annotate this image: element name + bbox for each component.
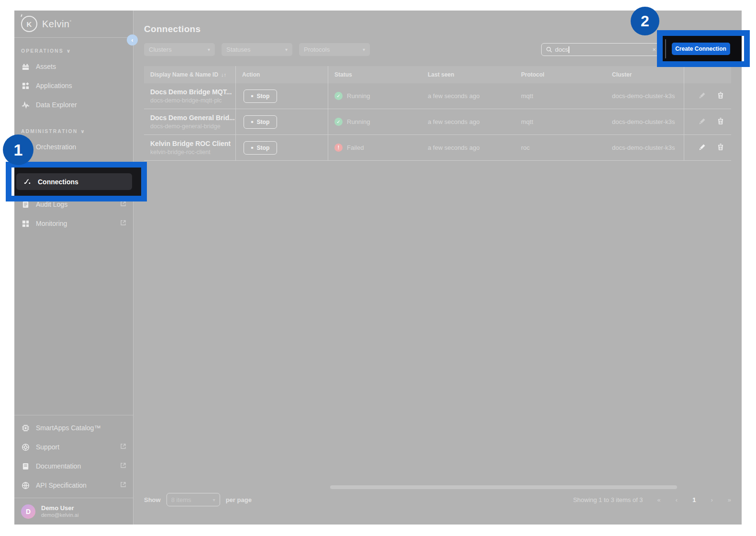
column-header-protocol: Protocol bbox=[515, 66, 606, 83]
column-header-last-seen: Last seen bbox=[422, 66, 515, 83]
sidebar-item-applications[interactable]: Applications bbox=[14, 76, 133, 95]
chevron-down-icon: ▾ bbox=[208, 47, 210, 52]
table-row-last-seen: a few seconds ago bbox=[422, 109, 515, 135]
external-link-icon bbox=[120, 443, 126, 451]
page-size-dropdown[interactable]: 8 items ▾ bbox=[167, 493, 220, 506]
chevron-down-icon: ∨ bbox=[80, 128, 86, 134]
table-row-actions bbox=[684, 135, 731, 161]
stop-icon: ■ bbox=[251, 120, 254, 124]
sidebar-item-assets[interactable]: Assets bbox=[14, 57, 133, 76]
sidebar-item-smartapps-catalog[interactable]: SmartApps Catalog™ bbox=[14, 418, 133, 437]
create-connection-button[interactable]: Create Connection bbox=[672, 43, 730, 55]
table-row-cluster: docs-demo-cluster-k3s bbox=[606, 109, 684, 135]
stop-button[interactable]: ■ Stop bbox=[244, 115, 277, 129]
sidebar-item-label: Documentation bbox=[36, 462, 81, 470]
sidebar-nav: OPERATIONS ∨ Assets Applications bbox=[14, 38, 133, 233]
table-row-action: ■ Stop bbox=[236, 83, 328, 109]
edit-icon[interactable] bbox=[699, 143, 706, 152]
column-header-name[interactable]: Display Name & Name ID ↓↑ bbox=[144, 66, 236, 83]
table-row-status: ✓ Running bbox=[328, 83, 422, 109]
statuses-filter-dropdown[interactable]: Statuses ▾ bbox=[222, 43, 292, 56]
annotated-screenshot-canvas: K Kelvin° ‹ OPERATIONS ∨ Assets bbox=[0, 0, 756, 536]
brand-header: K Kelvin° bbox=[14, 11, 133, 38]
sidebar-item-api-specification[interactable]: API Specification bbox=[14, 476, 133, 495]
delete-icon[interactable] bbox=[717, 91, 724, 100]
step-2-badge: 2 bbox=[631, 7, 659, 35]
sidebar-item-data-explorer[interactable]: Data Explorer bbox=[14, 95, 133, 114]
chevron-down-icon: ▾ bbox=[213, 497, 215, 502]
sidebar: K Kelvin° ‹ OPERATIONS ∨ Assets bbox=[14, 11, 133, 525]
next-page-button[interactable]: › bbox=[711, 496, 712, 503]
clear-search-icon[interactable]: × bbox=[652, 46, 656, 53]
table-row-actions bbox=[684, 83, 731, 109]
api-globe-icon bbox=[21, 481, 30, 490]
current-page[interactable]: 1 bbox=[692, 496, 696, 503]
sidebar-item-label: Audit Logs bbox=[36, 201, 67, 208]
sidebar-item-label: API Specification bbox=[36, 481, 87, 489]
monitoring-icon bbox=[21, 219, 30, 228]
delete-icon[interactable] bbox=[717, 143, 724, 152]
sidebar-item-label: Applications bbox=[36, 82, 72, 89]
sidebar-item-connections-highlighted[interactable]: Connections bbox=[16, 173, 132, 190]
chip-icon bbox=[21, 424, 30, 432]
prev-page-button[interactable]: ‹ bbox=[676, 496, 678, 503]
per-page-label: per page bbox=[226, 496, 252, 503]
first-page-button[interactable]: « bbox=[657, 496, 661, 503]
sidebar-item-monitoring[interactable]: Monitoring bbox=[14, 214, 133, 233]
horizontal-scrollbar[interactable] bbox=[330, 485, 677, 489]
sort-icon[interactable]: ↓↑ bbox=[221, 72, 226, 78]
sidebar-item-label: Assets bbox=[36, 63, 56, 70]
stop-button[interactable]: ■ Stop bbox=[244, 141, 277, 155]
table-row-cluster: docs-demo-cluster-k3s bbox=[606, 83, 684, 109]
table-row-protocol: mqtt bbox=[515, 109, 606, 135]
chevron-down-icon: ▾ bbox=[363, 47, 365, 52]
show-label: Show bbox=[144, 496, 161, 503]
stop-button[interactable]: ■ Stop bbox=[244, 89, 277, 103]
protocols-filter-dropdown[interactable]: Protocols ▾ bbox=[299, 43, 370, 56]
external-link-icon bbox=[120, 220, 126, 227]
user-menu[interactable]: D Demo User demo@kelvin.ai bbox=[14, 498, 133, 525]
applications-icon bbox=[21, 81, 30, 90]
external-link-icon bbox=[120, 481, 126, 489]
step-1-badge: 1 bbox=[3, 134, 33, 165]
avatar: D bbox=[21, 504, 35, 519]
connections-icon bbox=[23, 178, 32, 186]
edit-icon[interactable] bbox=[699, 117, 706, 126]
kelvin-logo-icon: K bbox=[21, 16, 37, 32]
stop-icon: ■ bbox=[251, 94, 254, 98]
table-row-name[interactable]: Docs Demo General Brid... docs-demo-gene… bbox=[144, 109, 236, 135]
table-row-name[interactable]: Kelvin Bridge ROC Client kelvin-bridge-r… bbox=[144, 135, 236, 161]
delete-icon[interactable] bbox=[717, 117, 724, 126]
status-running-icon: ✓ bbox=[334, 92, 343, 100]
data-explorer-icon bbox=[21, 100, 30, 109]
sidebar-item-label: SmartApps Catalog™ bbox=[36, 424, 100, 432]
edit-icon[interactable] bbox=[699, 91, 706, 100]
pagination: « ‹ 1 › » bbox=[657, 496, 731, 503]
external-link-icon bbox=[120, 201, 126, 208]
user-name: Demo User bbox=[41, 504, 78, 512]
sidebar-item-support[interactable]: Support bbox=[14, 437, 133, 457]
table-row-protocol: roc bbox=[515, 135, 606, 161]
table-row-last-seen: a few seconds ago bbox=[422, 83, 515, 109]
chevron-down-icon: ∨ bbox=[67, 48, 72, 54]
table-row-name[interactable]: Docs Demo Bridge MQT... docs-demo-bridge… bbox=[144, 83, 236, 109]
table-row-status: ✓ Running bbox=[328, 109, 422, 135]
connections-table: Display Name & Name ID ↓↑ Action Status … bbox=[144, 66, 731, 161]
sidebar-item-label: Monitoring bbox=[36, 220, 67, 227]
sidebar-item-documentation[interactable]: Documentation bbox=[14, 457, 133, 476]
table-row-actions bbox=[684, 109, 731, 135]
kelvin-app-window: K Kelvin° ‹ OPERATIONS ∨ Assets bbox=[14, 11, 742, 525]
column-header-action: Action bbox=[236, 66, 328, 83]
sidebar-bottom-group: SmartApps Catalog™ Support Documentatio bbox=[14, 415, 133, 525]
stop-icon: ■ bbox=[251, 146, 254, 150]
status-running-icon: ✓ bbox=[334, 118, 343, 126]
clusters-filter-dropdown[interactable]: Clusters ▾ bbox=[144, 43, 215, 56]
search-input[interactable]: docs × bbox=[541, 43, 661, 56]
highlight-box-connections: Connections bbox=[6, 162, 147, 201]
section-administration[interactable]: ADMINISTRATION ∨ bbox=[14, 122, 133, 137]
sidebar-collapse-button[interactable]: ‹ bbox=[127, 34, 138, 45]
last-page-button[interactable]: » bbox=[728, 496, 731, 503]
column-header-cluster: Cluster bbox=[606, 66, 684, 83]
sidebar-item-label: Orchestration bbox=[36, 143, 76, 151]
section-operations[interactable]: OPERATIONS ∨ bbox=[14, 42, 133, 57]
